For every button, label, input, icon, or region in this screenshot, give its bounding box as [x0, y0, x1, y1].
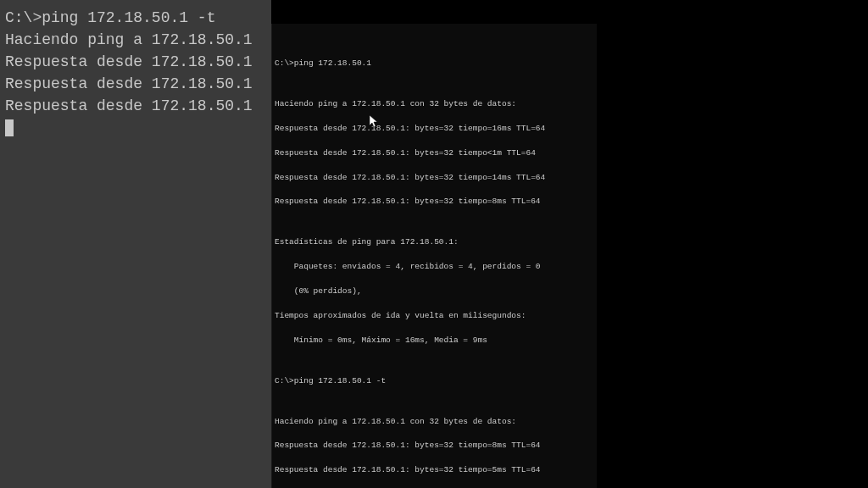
bg-line: Respuesta desde 172.18.50.1 — [5, 73, 266, 95]
bg-line: Respuesta desde 172.18.50.1 — [5, 95, 266, 117]
bg-line: Respuesta desde 172.18.50.1 — [5, 51, 266, 73]
fg-line: Paquetes: enviados = 4, recibidos = 4, p… — [275, 263, 594, 271]
bg-cursor-line — [5, 117, 266, 139]
fg-line: Respuesta desde 172.18.50.1: bytes=32 ti… — [275, 149, 594, 158]
right-black-region — [597, 0, 868, 488]
fg-line: Respuesta desde 172.18.50.1: bytes=32 ti… — [275, 174, 594, 182]
fg-line: Respuesta desde 172.18.50.1: bytes=32 ti… — [275, 466, 594, 474]
fg-line: Respuesta desde 172.18.50.1: bytes=32 ti… — [275, 441, 594, 450]
bg-line: C:\>ping 172.18.50.1 -t — [5, 7, 266, 29]
fg-line: (0% perdidos), — [275, 287, 594, 296]
fg-line: C:\>ping 172.18.50.1 — [275, 59, 594, 68]
fg-line: Mínimo = 0ms, Máximo = 16ms, Media = 9ms — [275, 336, 594, 345]
fg-line: Tiempos aproximados de ida y vuelta en m… — [275, 312, 594, 320]
fg-line: Respuesta desde 172.18.50.1: bytes=32 ti… — [275, 197, 594, 206]
fg-line: Haciendo ping a 172.18.50.1 con 32 bytes… — [275, 100, 594, 108]
fg-line: Estadísticas de ping para 172.18.50.1: — [275, 238, 594, 247]
bg-line: Haciendo ping a 172.18.50.1 — [5, 29, 266, 51]
fg-line: C:\>ping 172.18.50.1 -t — [275, 377, 594, 385]
fg-line: Haciendo ping a 172.18.50.1 con 32 bytes… — [275, 418, 594, 426]
background-terminal[interactable]: C:\>ping 172.18.50.1 -t Haciendo ping a … — [0, 0, 271, 488]
fg-line: Respuesta desde 172.18.50.1: bytes=32 ti… — [275, 125, 594, 133]
foreground-terminal[interactable]: C:\>ping 172.18.50.1 Haciendo ping a 172… — [271, 24, 597, 488]
cursor-block-icon — [5, 119, 14, 136]
